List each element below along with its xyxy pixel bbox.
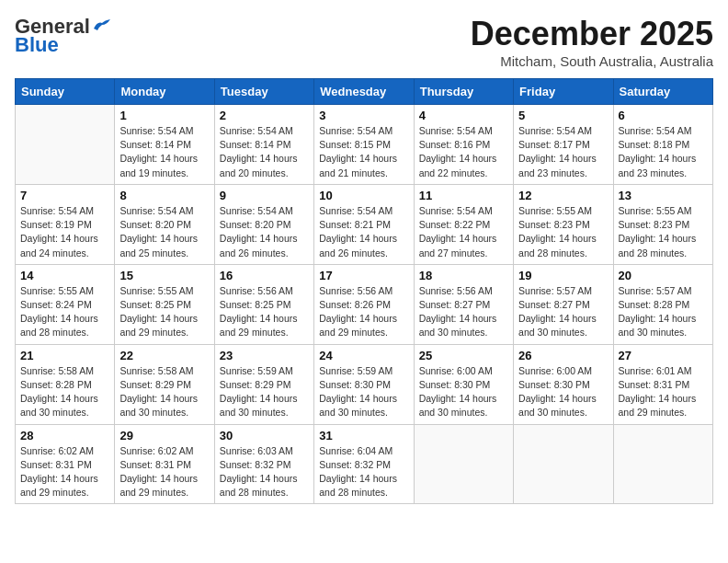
- day-number: 4: [419, 109, 508, 122]
- calendar-week-row: 7 Sunrise: 5:54 AMSunset: 8:19 PMDayligh…: [16, 184, 713, 264]
- calendar-cell: 28 Sunrise: 6:02 AMSunset: 8:31 PMDaylig…: [16, 424, 115, 504]
- calendar-cell: 9 Sunrise: 5:54 AMSunset: 8:20 PMDayligh…: [214, 184, 313, 264]
- header-friday: Friday: [514, 79, 613, 105]
- calendar-cell: [514, 424, 613, 504]
- calendar-cell: 12 Sunrise: 5:55 AMSunset: 8:23 PMDaylig…: [514, 184, 613, 264]
- calendar-cell: 6 Sunrise: 5:54 AMSunset: 8:18 PMDayligh…: [613, 105, 712, 185]
- day-info: Sunrise: 5:54 AMSunset: 8:20 PMDaylight:…: [220, 204, 309, 260]
- calendar-week-row: 1 Sunrise: 5:54 AMSunset: 8:14 PMDayligh…: [16, 105, 713, 185]
- day-info: Sunrise: 5:59 AMSunset: 8:29 PMDaylight:…: [220, 364, 309, 420]
- day-info: Sunrise: 5:54 AMSunset: 8:16 PMDaylight:…: [419, 124, 508, 180]
- day-number: 29: [119, 429, 209, 442]
- day-info: Sunrise: 6:01 AMSunset: 8:31 PMDaylight:…: [619, 364, 708, 420]
- day-info: Sunrise: 5:57 AMSunset: 8:27 PMDaylight:…: [518, 284, 608, 340]
- calendar-cell: 19 Sunrise: 5:57 AMSunset: 8:27 PMDaylig…: [514, 264, 613, 344]
- day-info: Sunrise: 5:54 AMSunset: 8:19 PMDaylight:…: [20, 204, 109, 260]
- day-info: Sunrise: 5:54 AMSunset: 8:20 PMDaylight:…: [119, 204, 209, 260]
- calendar-cell: 30 Sunrise: 6:03 AMSunset: 8:32 PMDaylig…: [214, 424, 313, 504]
- calendar-week-row: 28 Sunrise: 6:02 AMSunset: 8:31 PMDaylig…: [16, 424, 713, 504]
- day-info: Sunrise: 6:02 AMSunset: 8:31 PMDaylight:…: [119, 444, 209, 500]
- day-number: 21: [20, 349, 109, 362]
- calendar-cell: 15 Sunrise: 5:55 AMSunset: 8:25 PMDaylig…: [115, 264, 214, 344]
- day-number: 28: [20, 429, 109, 442]
- day-info: Sunrise: 6:03 AMSunset: 8:32 PMDaylight:…: [220, 444, 309, 500]
- logo-blue: Blue: [15, 33, 59, 57]
- header-saturday: Saturday: [613, 79, 712, 105]
- day-number: 7: [20, 189, 109, 202]
- calendar-cell: 10 Sunrise: 5:54 AMSunset: 8:21 PMDaylig…: [314, 184, 414, 264]
- day-number: 3: [319, 109, 408, 122]
- day-number: 10: [319, 189, 408, 202]
- calendar-cell: 29 Sunrise: 6:02 AMSunset: 8:31 PMDaylig…: [115, 424, 214, 504]
- logo-bird-icon: [92, 17, 112, 32]
- calendar-cell: 8 Sunrise: 5:54 AMSunset: 8:20 PMDayligh…: [115, 184, 214, 264]
- calendar-cell: 11 Sunrise: 5:54 AMSunset: 8:22 PMDaylig…: [414, 184, 513, 264]
- day-number: 19: [518, 269, 608, 282]
- day-number: 18: [419, 269, 508, 282]
- day-number: 24: [319, 349, 408, 362]
- location-subtitle: Mitcham, South Australia, Australia: [471, 53, 713, 69]
- calendar-cell: 13 Sunrise: 5:55 AMSunset: 8:23 PMDaylig…: [613, 184, 712, 264]
- calendar-cell: 23 Sunrise: 5:59 AMSunset: 8:29 PMDaylig…: [214, 344, 313, 424]
- day-number: 15: [119, 269, 209, 282]
- day-info: Sunrise: 6:00 AMSunset: 8:30 PMDaylight:…: [518, 364, 608, 420]
- calendar-cell: 20 Sunrise: 5:57 AMSunset: 8:28 PMDaylig…: [613, 264, 712, 344]
- day-info: Sunrise: 5:54 AMSunset: 8:21 PMDaylight:…: [319, 204, 408, 260]
- day-info: Sunrise: 5:54 AMSunset: 8:14 PMDaylight:…: [119, 124, 209, 180]
- day-number: 9: [220, 189, 309, 202]
- calendar-cell: 25 Sunrise: 6:00 AMSunset: 8:30 PMDaylig…: [414, 344, 513, 424]
- day-info: Sunrise: 6:02 AMSunset: 8:31 PMDaylight:…: [20, 444, 109, 500]
- day-number: 23: [220, 349, 309, 362]
- calendar-cell: 31 Sunrise: 6:04 AMSunset: 8:32 PMDaylig…: [314, 424, 414, 504]
- header-monday: Monday: [115, 79, 214, 105]
- day-number: 26: [518, 349, 608, 362]
- day-number: 5: [518, 109, 608, 122]
- day-info: Sunrise: 5:58 AMSunset: 8:28 PMDaylight:…: [20, 364, 109, 420]
- header-sunday: Sunday: [16, 79, 115, 105]
- calendar-cell: 27 Sunrise: 6:01 AMSunset: 8:31 PMDaylig…: [613, 344, 712, 424]
- day-info: Sunrise: 5:59 AMSunset: 8:30 PMDaylight:…: [319, 364, 408, 420]
- day-number: 13: [619, 189, 708, 202]
- day-number: 25: [419, 349, 508, 362]
- day-info: Sunrise: 6:04 AMSunset: 8:32 PMDaylight:…: [319, 444, 408, 500]
- day-info: Sunrise: 5:54 AMSunset: 8:22 PMDaylight:…: [419, 204, 508, 260]
- day-number: 8: [119, 189, 209, 202]
- title-block: December 2025 Mitcham, South Australia, …: [471, 15, 713, 69]
- day-info: Sunrise: 5:54 AMSunset: 8:14 PMDaylight:…: [220, 124, 309, 180]
- day-info: Sunrise: 5:54 AMSunset: 8:15 PMDaylight:…: [319, 124, 408, 180]
- day-info: Sunrise: 5:55 AMSunset: 8:25 PMDaylight:…: [119, 284, 209, 340]
- day-number: 30: [220, 429, 309, 442]
- day-info: Sunrise: 5:56 AMSunset: 8:26 PMDaylight:…: [319, 284, 408, 340]
- day-number: 14: [20, 269, 109, 282]
- day-number: 16: [220, 269, 309, 282]
- header-wednesday: Wednesday: [314, 79, 414, 105]
- calendar-cell: [16, 105, 115, 185]
- calendar-cell: 3 Sunrise: 5:54 AMSunset: 8:15 PMDayligh…: [314, 105, 414, 185]
- calendar-cell: 21 Sunrise: 5:58 AMSunset: 8:28 PMDaylig…: [16, 344, 115, 424]
- calendar-cell: 24 Sunrise: 5:59 AMSunset: 8:30 PMDaylig…: [314, 344, 414, 424]
- day-number: 12: [518, 189, 608, 202]
- calendar-cell: [613, 424, 712, 504]
- day-info: Sunrise: 5:55 AMSunset: 8:23 PMDaylight:…: [518, 204, 608, 260]
- calendar-week-row: 21 Sunrise: 5:58 AMSunset: 8:28 PMDaylig…: [16, 344, 713, 424]
- calendar-cell: 16 Sunrise: 5:56 AMSunset: 8:25 PMDaylig…: [214, 264, 313, 344]
- calendar-cell: [414, 424, 513, 504]
- day-number: 22: [119, 349, 209, 362]
- calendar-cell: 14 Sunrise: 5:55 AMSunset: 8:24 PMDaylig…: [16, 264, 115, 344]
- day-number: 1: [119, 109, 209, 122]
- day-number: 11: [419, 189, 508, 202]
- calendar-cell: 1 Sunrise: 5:54 AMSunset: 8:14 PMDayligh…: [115, 105, 214, 185]
- calendar-cell: 2 Sunrise: 5:54 AMSunset: 8:14 PMDayligh…: [214, 105, 313, 185]
- calendar-cell: 17 Sunrise: 5:56 AMSunset: 8:26 PMDaylig…: [314, 264, 414, 344]
- day-info: Sunrise: 5:54 AMSunset: 8:17 PMDaylight:…: [518, 124, 608, 180]
- day-number: 2: [220, 109, 309, 122]
- day-info: Sunrise: 5:58 AMSunset: 8:29 PMDaylight:…: [119, 364, 209, 420]
- day-number: 31: [319, 429, 408, 442]
- header-thursday: Thursday: [414, 79, 513, 105]
- day-number: 20: [619, 269, 708, 282]
- calendar-cell: 18 Sunrise: 5:56 AMSunset: 8:27 PMDaylig…: [414, 264, 513, 344]
- calendar-week-row: 14 Sunrise: 5:55 AMSunset: 8:24 PMDaylig…: [16, 264, 713, 344]
- month-title: December 2025: [471, 15, 713, 53]
- calendar-cell: 4 Sunrise: 5:54 AMSunset: 8:16 PMDayligh…: [414, 105, 513, 185]
- day-info: Sunrise: 5:55 AMSunset: 8:24 PMDaylight:…: [20, 284, 109, 340]
